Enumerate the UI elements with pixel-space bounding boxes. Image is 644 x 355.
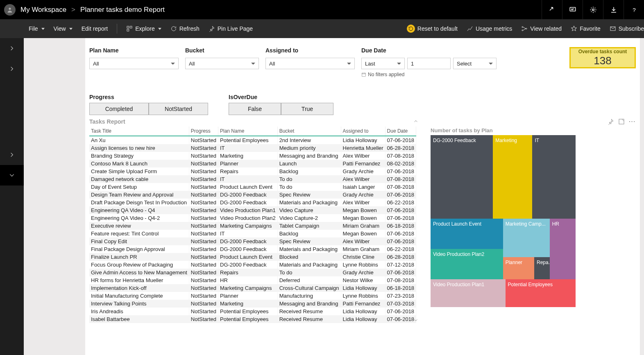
- cell: 07-23-2018: [385, 292, 416, 300]
- filter-plan-name[interactable]: All: [89, 58, 179, 69]
- table-row[interactable]: Initial Manufacturing CompleteNotStarted…: [89, 292, 416, 300]
- segment-progress-completed[interactable]: Completed: [89, 103, 149, 115]
- tile-launch-event[interactable]: Product Launch Event: [431, 219, 503, 249]
- table-row[interactable]: Branding StrategyNotStartedMarketingMess…: [89, 152, 416, 160]
- table-row[interactable]: An XuNotStartedPotential Employees2nd In…: [89, 136, 416, 144]
- cell: Materials and Packaging: [277, 261, 341, 269]
- tasks-table[interactable]: Task TitleProgressPlan NameBucketAssigne…: [89, 127, 416, 323]
- menu-usage-metrics[interactable]: Usage metrics: [467, 25, 512, 32]
- cell: Spec Review: [277, 191, 341, 199]
- menu-view-related[interactable]: View related: [521, 25, 562, 32]
- menu-refresh[interactable]: Refresh: [170, 25, 200, 32]
- menu-file[interactable]: File: [29, 25, 45, 32]
- table-row[interactable]: Engineering QA Video - Q4-2NotStartedVid…: [89, 214, 416, 222]
- table-row[interactable]: Implementation Kick-offNotStartedMarketi…: [89, 284, 416, 292]
- table-row[interactable]: Iris AndreadisNotStartedPotential Employ…: [89, 308, 416, 315]
- tile-it[interactable]: IT: [532, 135, 576, 219]
- table-row[interactable]: Final Copy EditNotStartedDG-2000 Feedbac…: [89, 237, 416, 245]
- table-row[interactable]: Design Team Review and ApprovalNotStarte…: [89, 191, 416, 199]
- table-row[interactable]: Focus Group Review of PackagingNotStarte…: [89, 261, 416, 269]
- download-icon[interactable]: [603, 0, 624, 19]
- table-row[interactable]: HR forms for Henrietta MuellerNotStarted…: [89, 276, 416, 284]
- table-scrollbar[interactable]: [413, 118, 419, 323]
- filter-due-mode[interactable]: Last: [361, 58, 405, 69]
- tile-planner[interactable]: Planner: [503, 257, 534, 279]
- table-row[interactable]: Draft Package Deisgn Test In ProductionN…: [89, 199, 416, 206]
- table-row[interactable]: Feature request: Tint ControlNotStartedI…: [89, 230, 416, 237]
- tile-video-plan2[interactable]: Video Production Plan2: [431, 249, 503, 279]
- tile-video-plan1[interactable]: Video Production Plan1: [431, 279, 506, 307]
- avatar[interactable]: [4, 4, 16, 16]
- table-row[interactable]: Final Package Design ApprovalNotStartedD…: [89, 245, 416, 253]
- table-row[interactable]: Executive reviewNotStartedMarketing Camp…: [89, 222, 416, 230]
- col-header[interactable]: Progress: [189, 127, 218, 136]
- nav-expand-2[interactable]: [0, 59, 24, 79]
- table-row[interactable]: Contoso Mark 8 LaunchNotStartedPlannerLa…: [89, 160, 416, 167]
- scroll-down-icon[interactable]: [413, 317, 419, 323]
- cell: 07-06-2018: [385, 206, 416, 214]
- col-header[interactable]: Due Date: [385, 127, 416, 136]
- kpi-value: 138: [594, 54, 611, 67]
- comment-icon[interactable]: [562, 0, 583, 19]
- tile-dg2000[interactable]: DG-2000 Feedback: [431, 135, 493, 219]
- cell: Manufacturing: [277, 292, 341, 300]
- segment-progress-notstarted[interactable]: NotStarted: [149, 103, 208, 115]
- gear-icon[interactable]: [583, 0, 603, 19]
- menu-view[interactable]: View: [54, 25, 73, 32]
- menu-reset-default[interactable]: Reset to default: [407, 25, 458, 33]
- filter-due-count[interactable]: 1: [407, 58, 451, 69]
- filter-assigned-to[interactable]: All: [265, 58, 355, 69]
- tile-mkt-campaigns[interactable]: Marketing Camp...: [503, 219, 550, 257]
- col-header[interactable]: Plan Name: [218, 127, 278, 136]
- table-row[interactable]: Interview Talking PointsNotStartedMarket…: [89, 300, 416, 308]
- menu-subscribe[interactable]: Subscribe: [610, 25, 644, 32]
- cell: NotStarted: [189, 152, 218, 160]
- segment-overdue-true[interactable]: True: [281, 103, 333, 115]
- menu-favorite[interactable]: Favorite: [571, 25, 601, 32]
- table-row[interactable]: Isabel BattarbeeNotStartedPotential Empl…: [89, 315, 416, 323]
- pin-visual-icon[interactable]: [608, 118, 614, 125]
- scroll-up-icon[interactable]: [413, 118, 419, 124]
- nav-expand-3[interactable]: [0, 145, 24, 165]
- overdue-count-card[interactable]: Overdue tasks count 138: [569, 47, 636, 68]
- cell: Marketing Campaigns: [218, 222, 278, 230]
- menu-edit-report[interactable]: Edit report: [82, 25, 108, 32]
- table-row[interactable]: Create Simple Upload FormNotStartedRepai…: [89, 167, 416, 175]
- menu-explore[interactable]: Explore: [126, 25, 161, 32]
- more-options-icon[interactable]: ···: [629, 118, 636, 126]
- segment-overdue-false[interactable]: False: [229, 103, 281, 115]
- breadcrumb-workspace[interactable]: My Workspace: [20, 6, 66, 14]
- table-row[interactable]: Finalize Launch PRNotStartedProduct Laun…: [89, 253, 416, 261]
- cell: 06-28-2018: [385, 253, 416, 261]
- col-header[interactable]: Task Title: [89, 127, 189, 136]
- tile-marketing[interactable]: Marketing: [493, 135, 532, 219]
- cell: NotStarted: [189, 284, 218, 292]
- cell: Give Admin Access to New Management: [89, 269, 189, 276]
- svg-text:?: ?: [633, 7, 636, 13]
- col-header[interactable]: Assigned to: [341, 127, 385, 136]
- treemap-chart[interactable]: DG-2000 Feedback Marketing IT Product La…: [431, 135, 576, 307]
- cell: NotStarted: [189, 269, 218, 276]
- tile-hr[interactable]: HR: [550, 219, 576, 279]
- col-header[interactable]: Bucket: [277, 127, 341, 136]
- refresh-icon: [170, 25, 177, 32]
- tile-repairs[interactable]: Repa...: [534, 257, 550, 279]
- cell: IT: [218, 175, 278, 183]
- table-row[interactable]: Engineering QA Video - Q4NotStartedVideo…: [89, 206, 416, 214]
- fullscreen-icon[interactable]: [542, 0, 562, 19]
- nav-collapse[interactable]: [0, 165, 24, 185]
- focus-mode-icon[interactable]: [618, 118, 625, 125]
- table-row[interactable]: Day of Event SetupNotStartedProduct Laun…: [89, 183, 416, 191]
- tile-potential[interactable]: Potential Employees: [506, 279, 576, 307]
- filter-bucket[interactable]: All: [185, 58, 259, 69]
- cell: NotStarted: [189, 308, 218, 315]
- table-row[interactable]: Give Admin Access to New ManagementNotSt…: [89, 269, 416, 276]
- cell: 06-22-2018: [385, 245, 416, 253]
- table-row[interactable]: Damaged network cableNotStartedITTo doAl…: [89, 175, 416, 183]
- menu-pin-live[interactable]: Pin Live Page: [209, 25, 253, 32]
- filter-due-unit[interactable]: Select: [453, 58, 497, 69]
- nav-expand-1[interactable]: [0, 38, 24, 59]
- breadcrumb-report[interactable]: Planner tasks demo Report: [80, 6, 165, 14]
- table-row[interactable]: Assign licenses to new hireNotStartedITM…: [89, 144, 416, 152]
- help-icon[interactable]: ?: [624, 0, 644, 19]
